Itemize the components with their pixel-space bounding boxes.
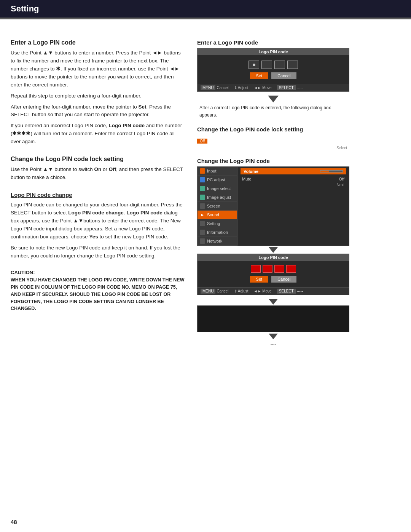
information-icon [200, 230, 205, 235]
pin-box-3 [274, 61, 285, 69]
menu-item-sound-label: Sound [207, 212, 219, 217]
arrow-2-shape [269, 247, 278, 253]
enter-pin-para2: Repeat this step to complete entering a … [11, 92, 186, 100]
volume-bar [320, 170, 343, 173]
screen-icon [200, 203, 205, 209]
right-enter-pin-desc: After a correct Logo PIN code is entered… [197, 104, 349, 118]
enter-pin-para4: If you entered an incorrect Logo PIN cod… [11, 122, 186, 146]
pin-boxes-row [201, 58, 345, 70]
pin-dialog-1-title: Logo PIN code [198, 48, 349, 55]
pin-statusbar-1: MENU Cancel ⇕ Adjust ◄► Move SELECT ----… [198, 84, 349, 91]
menu-item-screen-label: Screen [207, 204, 220, 208]
pin-box-2 [261, 61, 272, 69]
pin-box-2-3 [274, 265, 284, 273]
menu-item-input-label: Input [207, 169, 216, 173]
image-select-icon [200, 186, 205, 191]
pin-change-para1: Logo PIN code can be changed to your des… [11, 201, 186, 241]
input-icon [200, 168, 205, 174]
section-pin-change-heading: Logo PIN code change [11, 192, 186, 198]
right-column: Enter a Logo PIN code Logo PIN code Set [197, 39, 349, 354]
pin-dialog-2-inner: Set Cancel [198, 261, 349, 287]
menu-item-setting-label: Setting [207, 221, 220, 226]
caution-title: CAUTION: [11, 270, 186, 275]
status-menu: MENU Cancel [201, 85, 229, 90]
page-header: Setting [0, 0, 411, 19]
pc-adjust-icon [200, 177, 205, 182]
menu-content-title: Volume [241, 168, 346, 174]
menu-item-input: Input [198, 167, 237, 176]
mute-value: Off [339, 177, 344, 181]
pin-mockup-1: Logo PIN code Set Cancel [197, 48, 349, 92]
menu-item-image-select: Image select [198, 184, 237, 193]
status-select: SELECT ----- [277, 85, 303, 90]
enter-pin-para3: After entering the four-digit number, mo… [11, 103, 186, 119]
volume-fill [320, 171, 329, 172]
status-adjust-2: ⇕ Adjust [234, 289, 249, 293]
menu-item-network: Network [198, 237, 237, 246]
menu-row: Input PC adjust Image select Image [198, 167, 349, 246]
mute-label: Mute [242, 177, 251, 181]
caution-text: WHEN YOU HAVE CHANGED THE LOGO PIN CODE,… [11, 276, 186, 312]
status-select-2: SELECT ----- [277, 289, 303, 294]
section-change-lock-heading: Change the Logo PIN code lock setting [11, 156, 186, 163]
dash-label: ---- [197, 342, 349, 346]
menu-title-label: Volume [244, 169, 258, 174]
enter-pin-para1: Use the Point ▲▼ buttons to enter a numb… [11, 49, 186, 89]
arrow-1-shape [268, 96, 279, 102]
arrow-3-shape [269, 299, 278, 305]
arrow-4 [197, 334, 349, 339]
arrow-1 [197, 96, 349, 102]
pin-box-2-2 [263, 265, 272, 273]
menu-item-image-adjust: Image adjust [198, 193, 237, 202]
pin-box-2-4 [286, 265, 296, 273]
right-change-lock-heading: Change the Logo PIN code lock setting [197, 126, 349, 133]
arrow-4-shape [269, 334, 278, 339]
cancel-button[interactable]: Cancel [271, 72, 296, 79]
status-menu-2: MENU Cancel [201, 289, 229, 294]
menu-item-pc-adjust-label: PC adjust [207, 177, 225, 182]
pin-dialog-1: Logo PIN code Set Cancel [197, 48, 349, 92]
mute-row: Mute Off [241, 176, 346, 182]
menu-item-network-label: Network [207, 239, 222, 243]
pin-btn-row: Set Cancel [201, 72, 345, 79]
menu-item-image-adjust-label: Image adjust [207, 195, 231, 200]
image-adjust-icon [200, 195, 205, 200]
pin-dialog-2-title: Logo PIN code [198, 254, 349, 261]
page-title: Setting [11, 4, 39, 13]
menu-item-sound[interactable]: ▶ Sound [198, 211, 237, 219]
setting-icon [200, 221, 205, 226]
pin-dialog-1-inner: Set Cancel [198, 55, 349, 84]
status-move-2: ◄► Move [254, 289, 272, 293]
volume-track [320, 170, 343, 173]
menu-item-setting: Setting [198, 219, 237, 228]
pin-mockup-2: Logo PIN code Set Cancel [197, 254, 349, 295]
menu-content-area: Volume Mute Off Next [237, 167, 349, 246]
section-change-lock: Change the Logo PIN code lock setting Us… [11, 156, 186, 182]
status-move: ◄► Move [254, 86, 272, 90]
right-section-enter-pin: Enter a Logo PIN code Logo PIN code Set [197, 39, 349, 118]
change-lock-para1: Use the Point ▲▼ buttons to switch On or… [11, 166, 186, 182]
pin-box-1 [249, 61, 259, 69]
arrow-3 [197, 299, 349, 305]
pin-statusbar-2: MENU Cancel ⇕ Adjust ◄► Move SELECT ----… [198, 287, 349, 295]
menu-item-information-label: Information [207, 230, 228, 235]
right-change-pin-heading: Change the Logo PIN code [197, 158, 349, 164]
menu-item-image-select-label: Image select [207, 186, 231, 191]
pin-box-2-1 [251, 265, 261, 273]
cancel-button-2[interactable]: Cancel [271, 276, 296, 283]
pin-change-para2: Be sure to note the new Logo PIN code an… [11, 244, 186, 260]
status-adjust: ⇕ Adjust [234, 86, 249, 90]
select-text: Select [197, 146, 349, 150]
menu-next: Next [241, 182, 346, 188]
set-button[interactable]: Set [250, 72, 269, 79]
set-button-2[interactable]: Set [250, 276, 269, 283]
menu-item-screen: Screen [198, 202, 237, 211]
menu-item-pc-adjust: PC adjust [198, 176, 237, 184]
menu-item-information: Information [198, 228, 237, 237]
section-enter-pin-heading: Enter a Logo PIN code [11, 39, 186, 46]
menu-sidebar: Input PC adjust Image select Image [198, 167, 237, 246]
right-section-change-lock: Change the Logo PIN code lock setting Of… [197, 126, 349, 150]
pin-dialog-2: Logo PIN code Set Cancel [197, 254, 349, 295]
section-enter-pin: Enter a Logo PIN code Use the Point ▲▼ b… [11, 39, 186, 146]
network-icon [200, 238, 205, 244]
